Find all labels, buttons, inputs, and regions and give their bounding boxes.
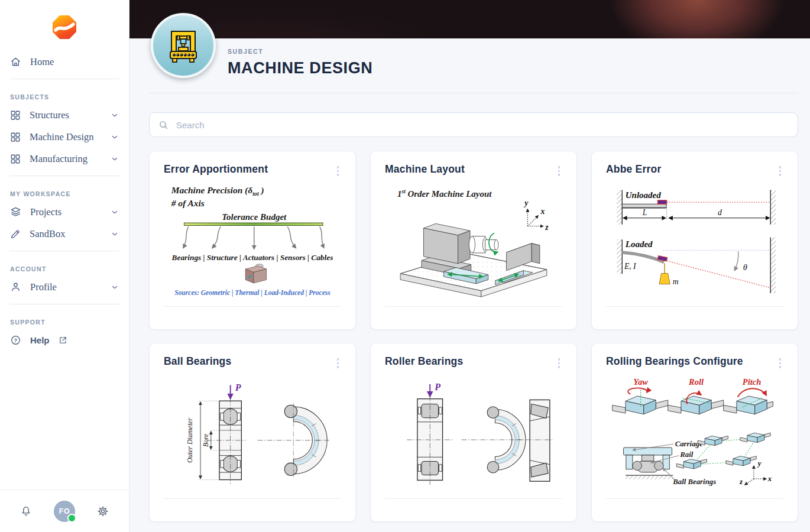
sidebar: Home SUBJECTS Structures Machine Design bbox=[0, 0, 129, 532]
pitch-label: Pitch bbox=[743, 377, 761, 387]
svg-text:Ball Bearings: Ball Bearings bbox=[672, 478, 716, 486]
milling-machine-icon bbox=[164, 27, 202, 64]
settings-button[interactable] bbox=[95, 503, 111, 520]
sidebar-item-manufacturing[interactable]: Manufacturing bbox=[0, 148, 129, 170]
headstock bbox=[423, 223, 470, 263]
main-content: SUBJECT MACHINE DESIGN Error Apportionme… bbox=[129, 0, 810, 532]
help-circle-icon: ? bbox=[10, 335, 21, 346]
home-icon bbox=[10, 56, 21, 67]
app-logo[interactable] bbox=[0, 15, 129, 39]
sidebar-item-label: Profile bbox=[30, 281, 57, 293]
kebab-menu-button[interactable] bbox=[556, 163, 563, 179]
svg-text:Unloaded: Unloaded bbox=[626, 190, 662, 200]
tapered-roller-section bbox=[530, 400, 550, 481]
sidebar-item-structures[interactable]: Structures bbox=[0, 104, 129, 126]
svg-text:x: x bbox=[767, 475, 772, 483]
svg-text:Outer Diameter: Outer Diameter bbox=[186, 417, 194, 463]
tolerance-budget-label: Tolerance Budget bbox=[222, 212, 287, 221]
roll-label: Roll bbox=[688, 377, 704, 387]
logo-icon bbox=[53, 15, 76, 39]
card-footer bbox=[385, 306, 562, 329]
sidebar-item-label: Projects bbox=[30, 206, 61, 218]
avatar[interactable]: FO bbox=[54, 501, 75, 522]
sidebar-item-machine-design[interactable]: Machine Design bbox=[0, 126, 129, 148]
sidebar-footer: FO bbox=[0, 489, 129, 532]
kebab-menu-button[interactable] bbox=[556, 355, 563, 371]
card-title: Roller Bearings bbox=[385, 355, 463, 368]
chevron-down-icon bbox=[111, 111, 119, 119]
machine-precision-label: Machine Precision (δtot ) bbox=[171, 185, 264, 197]
card-roller-bearings[interactable]: Roller Bearings P bbox=[370, 343, 577, 522]
svg-text:Bore: Bore bbox=[202, 433, 209, 446]
kebab-menu-button[interactable] bbox=[335, 163, 342, 179]
sidebar-item-profile[interactable]: Profile bbox=[0, 276, 129, 298]
sidebar-item-label: SandBox bbox=[30, 228, 66, 240]
sidebar-item-projects[interactable]: Projects bbox=[0, 201, 129, 223]
section-label-support: SUPPORT bbox=[10, 319, 119, 326]
kebab-menu-button[interactable] bbox=[777, 163, 784, 179]
chevron-down-icon bbox=[111, 230, 119, 238]
sensor-target bbox=[657, 200, 666, 203]
external-link-icon bbox=[59, 336, 67, 345]
divider bbox=[9, 251, 119, 251]
subject-badge bbox=[151, 13, 216, 78]
svg-text:P: P bbox=[434, 381, 440, 391]
notifications-button[interactable] bbox=[18, 503, 34, 520]
card-diagram: Machine Precision (δtot ) # of Axis Tole… bbox=[164, 179, 341, 302]
hero-banner-image bbox=[129, 0, 810, 38]
layers-icon bbox=[10, 206, 21, 218]
svg-text:y: y bbox=[523, 199, 529, 207]
sidebar-item-help[interactable]: ? Help bbox=[0, 329, 129, 351]
divider bbox=[9, 79, 119, 79]
axis-count-label: # of Axis bbox=[171, 197, 205, 207]
card-machine-layout[interactable]: Machine Layout 1st Order Machine Layout bbox=[370, 151, 577, 330]
sidebar-item-label: Help bbox=[30, 335, 50, 345]
divider bbox=[9, 304, 119, 304]
svg-text:?: ? bbox=[14, 338, 17, 343]
motor-illustration bbox=[245, 264, 266, 283]
components-label: Bearings | Structure | Actuators | Senso… bbox=[171, 253, 333, 261]
card-diagram: Yaw Roll Pitch bbox=[606, 371, 783, 494]
coordinate-axes: y x z bbox=[523, 199, 549, 231]
card-footer bbox=[606, 498, 783, 521]
pencil-icon bbox=[10, 229, 21, 239]
card-title: Rolling Bearings Configure bbox=[606, 355, 743, 368]
card-rolling-bearings-configure[interactable]: Rolling Bearings Configure Yaw Roll Pi bbox=[591, 343, 798, 522]
load-arrow: P bbox=[231, 382, 241, 398]
svg-text:x: x bbox=[540, 207, 545, 216]
grid-icon bbox=[10, 154, 21, 164]
card-abbe-error[interactable]: Abbe Error bbox=[591, 151, 798, 330]
carriage-rail-cross-section bbox=[624, 447, 673, 479]
load-arrow: P bbox=[430, 381, 440, 397]
hanging-mass bbox=[659, 273, 670, 284]
gear-icon bbox=[97, 505, 109, 517]
card-error-apportionment[interactable]: Error Apportionment Machine Precision (δ… bbox=[149, 151, 356, 330]
bearing-half-section-view bbox=[258, 403, 330, 477]
online-status-dot bbox=[67, 514, 76, 523]
sidebar-item-label: Home bbox=[30, 56, 54, 68]
order-layout-label: 1st Order Machine Layout bbox=[397, 189, 492, 199]
card-footer bbox=[606, 306, 783, 329]
card-diagram: P bbox=[385, 371, 562, 494]
card-ball-bearings[interactable]: Ball Bearings P bbox=[149, 343, 356, 522]
search-input[interactable] bbox=[175, 119, 789, 131]
kebab-menu-button[interactable] bbox=[335, 355, 342, 371]
svg-text:z: z bbox=[739, 478, 743, 486]
chevron-down-icon bbox=[111, 133, 119, 141]
card-grid: Error Apportionment Machine Precision (δ… bbox=[149, 151, 798, 522]
grid-icon bbox=[10, 110, 21, 121]
tolerance-bar bbox=[184, 223, 323, 226]
chevron-down-icon bbox=[111, 283, 119, 291]
svg-text:y: y bbox=[757, 459, 762, 468]
section-label-subjects: SUBJECTS bbox=[10, 93, 119, 100]
section-label-account: ACCOUNT bbox=[10, 265, 119, 273]
kebab-menu-button[interactable] bbox=[777, 355, 784, 371]
chevron-down-icon bbox=[111, 155, 119, 163]
svg-text:d: d bbox=[718, 208, 722, 217]
roller-bearing-cross-section bbox=[417, 398, 443, 480]
card-diagram: Unloaded L d bbox=[606, 179, 783, 302]
sidebar-item-label: Structures bbox=[30, 109, 69, 121]
sidebar-item-home[interactable]: Home bbox=[0, 51, 129, 73]
sidebar-item-sandbox[interactable]: SandBox bbox=[0, 223, 129, 245]
app-root: Home SUBJECTS Structures Machine Design bbox=[0, 0, 810, 532]
